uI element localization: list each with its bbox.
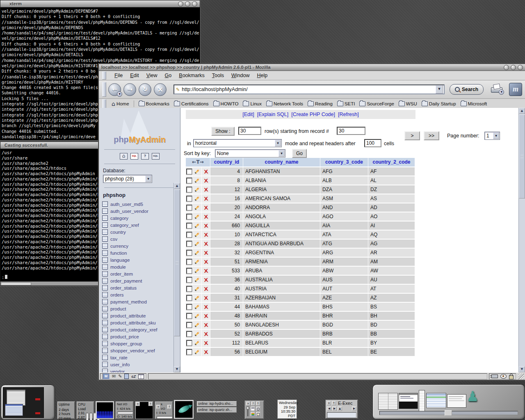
row-select-cell[interactable]	[186, 267, 193, 276]
sidebar-table-product_category_xref[interactable]: product_category_xref	[102, 326, 173, 333]
edit-pencil-icon[interactable]	[194, 223, 199, 228]
row-edit-cell[interactable]	[193, 258, 202, 267]
row-checkbox[interactable]	[186, 187, 192, 193]
security-lock-icon[interactable]	[509, 375, 514, 379]
row-checkbox[interactable]	[186, 232, 192, 238]
sidebar-table-order_payment[interactable]: order_payment	[102, 277, 173, 284]
row-select-cell[interactable]	[186, 321, 193, 330]
sidebar-table-language[interactable]: language	[102, 256, 173, 263]
row-delete-cell[interactable]: X	[202, 212, 210, 221]
delete-x-icon[interactable]: X	[203, 241, 208, 247]
edit-pencil-icon[interactable]	[194, 304, 199, 309]
window-thumbnail[interactable]	[426, 393, 446, 408]
row-edit-cell[interactable]	[193, 231, 202, 240]
close-icon[interactable]: ×	[156, 405, 160, 409]
delete-x-icon[interactable]: X	[203, 304, 208, 310]
back-dropdown-icon[interactable]: ▼	[117, 91, 122, 97]
edit-pencil-icon[interactable]	[194, 349, 199, 354]
row-edit-cell[interactable]	[193, 240, 202, 249]
clock-applet[interactable]: Wednesday 29 Sep 10:35:30 PDT 2004	[277, 399, 297, 419]
delete-x-icon[interactable]: X	[203, 322, 208, 328]
close-icon[interactable]	[518, 65, 523, 70]
row-select-cell[interactable]	[186, 185, 193, 194]
spectrum-monitor-applet[interactable]	[96, 401, 114, 419]
sidebar-table-shopper_group[interactable]: shopper_group	[102, 340, 173, 347]
row-checkbox[interactable]	[186, 223, 192, 229]
row-select-cell[interactable]	[186, 258, 193, 267]
menu-window[interactable]: Window	[231, 73, 249, 78]
window-icon[interactable]	[251, 406, 255, 411]
row-checkbox[interactable]	[186, 250, 192, 256]
sidebar-scroll-thumb[interactable]	[174, 189, 180, 336]
row-checkbox[interactable]	[186, 259, 192, 265]
edit-pencil-icon[interactable]	[194, 241, 199, 246]
sidebar-table-orders[interactable]: orders	[102, 291, 173, 298]
delete-x-icon[interactable]: X	[203, 349, 208, 355]
clock-icon[interactable]	[256, 406, 260, 411]
row-edit-cell[interactable]	[193, 294, 202, 303]
pager-window-thumb[interactable]	[5, 404, 23, 416]
scroll-up-icon[interactable]: ▲	[519, 108, 525, 114]
bookmark-wsu[interactable]: WSU	[399, 101, 417, 106]
row-edit-cell[interactable]	[193, 167, 202, 176]
edit-pencil-icon[interactable]	[194, 268, 199, 273]
row-delete-cell[interactable]: X	[202, 294, 210, 303]
row-edit-cell[interactable]	[193, 185, 202, 194]
row-edit-cell[interactable]	[193, 339, 202, 348]
row-select-cell[interactable]	[186, 203, 193, 212]
menu-edit[interactable]: Edit	[130, 73, 139, 78]
database-select[interactable]: phpshop (28) ▼	[103, 175, 152, 183]
prev-icon[interactable]: ◀	[327, 406, 331, 411]
back-button[interactable]: ←▼	[108, 83, 121, 96]
sidebar-table-payment_method[interactable]: payment_method	[102, 298, 173, 305]
menu-file[interactable]: File	[114, 73, 123, 78]
slider[interactable]	[246, 406, 249, 416]
sidebar-table-auth_user_md5[interactable]: auth_user_md5	[102, 201, 173, 208]
delete-x-icon[interactable]: X	[203, 187, 208, 192]
row-delete-cell[interactable]: X	[202, 312, 210, 321]
row-select-cell[interactable]	[186, 240, 193, 249]
row-edit-cell[interactable]	[193, 285, 202, 294]
row-delete-cell[interactable]: X	[202, 276, 210, 285]
mozilla-throbber-icon[interactable]: m	[509, 83, 522, 96]
delete-x-icon[interactable]: X	[203, 214, 208, 219]
delete-x-icon[interactable]: X	[203, 268, 208, 274]
page-number-select[interactable]: 1 ▼	[484, 132, 500, 140]
resize-grip[interactable]	[518, 374, 524, 379]
row-checkbox[interactable]	[186, 214, 192, 220]
slider-knob[interactable]	[246, 406, 249, 410]
iconbox-scrollbar[interactable]	[379, 411, 518, 415]
home-icon[interactable]: ⌂	[120, 153, 128, 160]
bookmark-reading[interactable]: Reading	[308, 101, 333, 106]
sidebar-table-shopper_vendor_xref[interactable]: shopper_vendor_xref	[102, 347, 173, 354]
net-io-applet[interactable]: Net I/O I: 424 b/s O: 140 b/s	[115, 401, 134, 419]
row-edit-cell[interactable]	[193, 221, 202, 231]
bookmark-home[interactable]: ⌂Home	[112, 100, 129, 107]
row-delete-cell[interactable]: X	[202, 285, 210, 294]
close-icon[interactable]: ×	[136, 402, 140, 406]
scroll-down-icon[interactable]: ▼	[174, 366, 180, 372]
row-select-cell[interactable]	[186, 312, 193, 321]
window-thumbnail[interactable]	[378, 393, 398, 410]
row-checkbox[interactable]	[186, 169, 192, 175]
row-edit-cell[interactable]	[193, 203, 202, 212]
folder-icon[interactable]	[256, 412, 260, 416]
bookmark-linux[interactable]: Linux	[243, 101, 262, 106]
row-checkbox[interactable]	[186, 340, 192, 346]
row-select-cell[interactable]	[186, 194, 193, 203]
row-checkbox[interactable]	[186, 277, 192, 283]
row-edit-cell[interactable]	[193, 249, 202, 258]
bookmark-certifications[interactable]: Certifications	[174, 101, 208, 106]
color-palette-icon[interactable]	[251, 412, 255, 416]
main-scrollbar[interactable]: ▲ ▼	[518, 108, 525, 372]
row-edit-cell[interactable]	[193, 212, 202, 221]
sidebar-table-product[interactable]: product	[102, 305, 173, 312]
cpu-load-applet[interactable]: CPU Load 2.91 2.87 3.69	[76, 401, 94, 419]
sidebar-scrollbar[interactable]: ▲ ▼	[173, 183, 180, 372]
search-button[interactable]: Search	[450, 84, 484, 95]
window-thumbnail[interactable]	[447, 394, 466, 408]
row-select-cell[interactable]	[186, 167, 193, 176]
row-checkbox[interactable]	[186, 304, 192, 310]
row-checkbox[interactable]	[186, 268, 192, 274]
privacy-eye-icon[interactable]	[500, 374, 507, 379]
